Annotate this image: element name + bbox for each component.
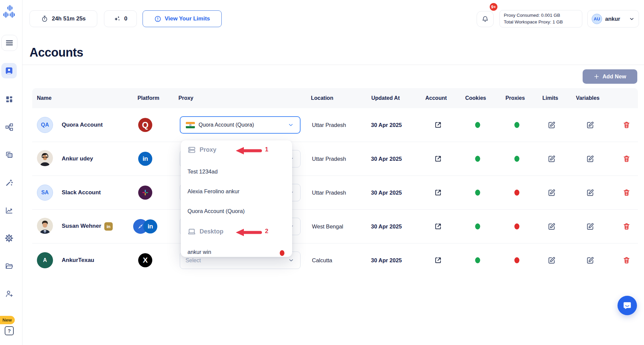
account-name: Slack Account: [62, 189, 101, 196]
col-platform: Platform: [138, 95, 159, 101]
trash-icon: [623, 222, 631, 230]
location: West Bengal: [312, 223, 343, 230]
edit-variables-button[interactable]: [586, 256, 595, 265]
bell-icon: [481, 15, 489, 23]
edit-icon: [586, 256, 595, 265]
edit-limits-button[interactable]: [547, 121, 556, 129]
sidebar-item-analytics[interactable]: [1, 203, 17, 218]
sidebar-item-accounts[interactable]: [1, 63, 17, 78]
edit-limits-button[interactable]: [547, 256, 556, 265]
account-name: Quora Account: [62, 122, 103, 128]
trial-timer-chip[interactable]: 24h 51m 25s: [30, 10, 97, 27]
menu-item[interactable]: Test 1234ad: [187, 168, 218, 175]
delete-account-button[interactable]: [623, 256, 631, 264]
cookies-status: [475, 156, 480, 162]
person-add-icon: [5, 290, 13, 298]
delete-account-button[interactable]: [623, 155, 631, 163]
sidebar-item-dashboard[interactable]: [1, 91, 17, 107]
sidebar-item-invite-members[interactable]: [1, 286, 17, 301]
chevron-down-icon: [288, 122, 294, 128]
col-variables: Variables: [576, 95, 599, 101]
menu-item[interactable]: Alexia Ferolino ankur: [187, 188, 239, 195]
proxy-total-text: Total Workspace Proxy: 1 GB: [504, 19, 582, 25]
x-twitter-icon: X: [138, 253, 152, 267]
sidebar-item-files[interactable]: [1, 258, 17, 274]
menu-item[interactable]: ankur win: [187, 249, 211, 255]
open-account-button[interactable]: [434, 222, 442, 231]
location: Uttar Pradesh: [312, 156, 346, 162]
user-menu[interactable]: AU ankur: [587, 10, 639, 27]
proxy-select[interactable]: Quora Account (Quora): [180, 116, 301, 134]
proxy-select-value: Quora Account (Quora): [199, 122, 254, 128]
sparkles-icon: [113, 15, 121, 22]
sidebar-item-workflows[interactable]: [1, 119, 17, 135]
sidebar-item-magic-tools[interactable]: [1, 175, 17, 190]
open-account-button[interactable]: [434, 155, 442, 163]
table-row: Susan Wehnerin in West Bengal 30 Apr 202…: [32, 209, 638, 243]
edit-icon: [547, 256, 556, 265]
avatar-photo: [37, 150, 53, 167]
location: Uttar Pradesh: [312, 122, 346, 128]
gear-icon: [5, 234, 13, 243]
proxies-status: [515, 190, 520, 196]
chat-bubble-icon: [622, 300, 632, 310]
edit-icon: [547, 121, 556, 129]
timer-value: 24h 51m 25s: [52, 15, 86, 22]
cookies-status: [475, 122, 480, 128]
trash-icon: [623, 121, 631, 129]
magic-wand-icon: [5, 179, 13, 187]
new-feature-badge: New: [0, 316, 15, 324]
open-account-button[interactable]: [434, 189, 442, 197]
notifications-button[interactable]: [477, 11, 494, 27]
proxies-status: [515, 122, 520, 128]
view-limits-button[interactable]: View Your Limits: [143, 10, 222, 27]
open-account-button[interactable]: [434, 256, 442, 265]
col-name: Name: [37, 95, 52, 101]
avatar-photo: [37, 218, 53, 235]
edit-variables-button[interactable]: [586, 188, 595, 197]
account-name: Susan Wehner: [62, 223, 101, 229]
menu-item[interactable]: Quora Account (Quora): [187, 208, 245, 214]
updated-at: 30 Apr 2025: [371, 257, 402, 264]
delete-account-button[interactable]: [623, 189, 631, 197]
brand-logo[interactable]: [3, 5, 16, 21]
col-cookies: Cookies: [465, 95, 486, 101]
server-icon: [187, 146, 196, 154]
col-proxy: Proxy: [178, 95, 193, 101]
delete-account-button[interactable]: [623, 222, 631, 230]
avatar: AU: [592, 14, 602, 24]
slack-icon: [138, 186, 152, 200]
edit-limits-button[interactable]: [547, 222, 556, 231]
credits-chip[interactable]: 0: [104, 10, 137, 27]
open-account-button[interactable]: [434, 121, 442, 129]
updated-at: 30 Apr 2025: [371, 223, 402, 230]
edit-variables-button[interactable]: [586, 121, 595, 129]
edit-limits-button[interactable]: [547, 154, 556, 163]
edit-limits-button[interactable]: [547, 188, 556, 197]
user-name: ankur: [605, 16, 620, 22]
platform-icon-group: in: [133, 219, 157, 234]
line-chart-icon: [5, 206, 13, 215]
add-new-button[interactable]: Add New: [583, 69, 637, 84]
chevron-down-icon: [629, 16, 635, 22]
sidebar-item-settings[interactable]: [1, 230, 17, 246]
sidebar-item-templates[interactable]: [1, 147, 17, 162]
sidebar-toggle-button[interactable]: [1, 35, 17, 51]
question-mark-icon: ?: [8, 328, 11, 334]
annotation-arrow-1: [236, 147, 263, 154]
external-link-icon: [434, 121, 442, 129]
chat-launcher-button[interactable]: [618, 296, 637, 315]
external-link-icon: [434, 155, 442, 163]
cookies-status: [475, 223, 480, 229]
table-row: QA Quora Account Q Quora Account (Quora)…: [32, 108, 638, 142]
edit-variables-button[interactable]: [586, 154, 595, 163]
help-button[interactable]: ?: [5, 326, 14, 335]
stopwatch-icon: [41, 15, 48, 22]
delete-account-button[interactable]: [623, 121, 631, 129]
folder-icon: [5, 262, 13, 270]
proxies-status: [515, 257, 520, 263]
annotation-number-2: 2: [265, 228, 268, 235]
proxies-status: [515, 156, 520, 162]
edit-variables-button[interactable]: [586, 222, 595, 231]
proxy-consumed-text: Proxy Consumed: 0.001 GB: [504, 12, 582, 19]
